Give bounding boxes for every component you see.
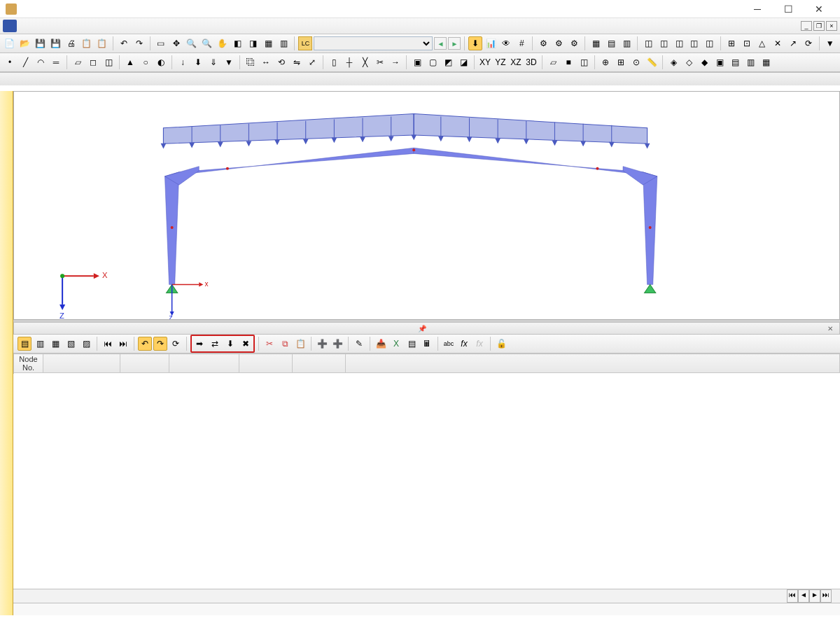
- line-icon[interactable]: ╱: [18, 55, 32, 69]
- table-mode-c-icon[interactable]: ▦: [48, 337, 62, 351]
- save-icon[interactable]: 💾: [34, 36, 48, 50]
- fx-clear-icon[interactable]: fx: [472, 337, 486, 351]
- module-b-icon[interactable]: ◫: [657, 36, 671, 50]
- sel-all-icon[interactable]: ▣: [410, 55, 424, 69]
- rotate-obj-icon[interactable]: ⟲: [274, 55, 288, 69]
- tab-first-button[interactable]: ⏮: [787, 589, 798, 603]
- zoom-extents-icon[interactable]: 🔍: [200, 36, 214, 50]
- paste-icon[interactable]: 📋: [95, 36, 109, 50]
- menu-file[interactable]: [21, 24, 32, 28]
- misc-e-icon[interactable]: ▤: [728, 55, 742, 69]
- calculator-icon[interactable]: 🖩: [420, 337, 434, 351]
- redo-icon[interactable]: ↷: [132, 36, 146, 50]
- grid-b-icon[interactable]: ▤: [604, 36, 618, 50]
- sel-inv-icon[interactable]: ◩: [441, 55, 455, 69]
- copy-obj-icon[interactable]: ⿻: [244, 55, 258, 69]
- view-3d-icon[interactable]: 3D: [524, 55, 538, 69]
- load-line-icon[interactable]: ⬇: [191, 55, 205, 69]
- extend-icon[interactable]: →: [388, 55, 402, 69]
- show-values-icon[interactable]: 👁: [499, 36, 513, 50]
- load-member-icon[interactable]: ⇓: [206, 55, 220, 69]
- arc-icon[interactable]: ◠: [34, 55, 48, 69]
- view-xz-icon[interactable]: XZ: [509, 55, 523, 69]
- menu-addon[interactable]: [122, 24, 133, 28]
- render-wire-icon[interactable]: ▱: [546, 55, 560, 69]
- menu-insert[interactable]: [55, 24, 66, 28]
- fx-icon[interactable]: fx: [457, 337, 471, 351]
- misc-c-icon[interactable]: ◆: [697, 55, 711, 69]
- load-surface-icon[interactable]: ▼: [222, 55, 236, 69]
- misc-a-icon[interactable]: ◈: [666, 55, 680, 69]
- nodes-table-wrap[interactable]: NodeNo.: [13, 354, 840, 589]
- hinge-icon[interactable]: ○: [139, 55, 153, 69]
- mdi-close-button[interactable]: ×: [826, 21, 837, 31]
- undo-icon[interactable]: ↶: [117, 36, 131, 50]
- measure-icon[interactable]: 📏: [645, 55, 659, 69]
- grid-c-icon[interactable]: ▥: [620, 36, 634, 50]
- node-icon[interactable]: •: [3, 55, 17, 69]
- save-all-icon[interactable]: 💾: [49, 36, 63, 50]
- module-c-icon[interactable]: ◫: [672, 36, 686, 50]
- close-button[interactable]: ✕: [804, 0, 834, 18]
- sel-prev-icon[interactable]: ◪: [456, 55, 470, 69]
- tool-c-icon[interactable]: ⚙: [567, 36, 581, 50]
- select-icon[interactable]: ▭: [154, 36, 168, 50]
- table-mode-d-icon[interactable]: ▧: [64, 337, 78, 351]
- cs-b-icon[interactable]: ⊡: [740, 36, 754, 50]
- panel-pin-icon[interactable]: 📌: [416, 325, 428, 332]
- lc-prev-button[interactable]: ◄: [434, 37, 447, 50]
- grid-a-icon[interactable]: ▦: [589, 36, 603, 50]
- project-navigator-tab[interactable]: [0, 91, 13, 615]
- workplane-icon[interactable]: ⊞: [614, 55, 628, 69]
- render-trans-icon[interactable]: ◫: [577, 55, 591, 69]
- member-icon[interactable]: ═: [49, 55, 63, 69]
- export-csv-icon[interactable]: ▤: [405, 337, 419, 351]
- col-node-no[interactable]: NodeNo.: [14, 354, 43, 373]
- table-mode-b-icon[interactable]: ▥: [33, 337, 47, 351]
- trim-icon[interactable]: ✂: [373, 55, 387, 69]
- menu-table[interactable]: [99, 24, 111, 28]
- shift-down-icon[interactable]: ⬇: [223, 337, 237, 351]
- nodes-table[interactable]: NodeNo.: [13, 354, 840, 373]
- scale-obj-icon[interactable]: ⤢: [305, 55, 319, 69]
- misc-g-icon[interactable]: ▦: [759, 55, 773, 69]
- cs-c-icon[interactable]: △: [755, 36, 769, 50]
- insert-row-icon[interactable]: ➕: [315, 337, 329, 351]
- zoom-window-icon[interactable]: 🔍: [185, 36, 199, 50]
- col-letter-b[interactable]: [120, 354, 169, 373]
- surface-icon[interactable]: ▱: [71, 55, 85, 69]
- table-mode-data-icon[interactable]: ▤: [18, 337, 31, 351]
- col-letter-a[interactable]: [43, 354, 120, 373]
- model-viewport[interactable]: x z X Z: [13, 91, 840, 320]
- menu-results[interactable]: [77, 24, 88, 28]
- connect-icon[interactable]: ╳: [358, 55, 372, 69]
- view-xy-icon[interactable]: XY: [478, 55, 492, 69]
- module-d-icon[interactable]: ◫: [687, 36, 701, 50]
- copy-cell-icon[interactable]: ⧉: [278, 337, 292, 351]
- col-letter-c[interactable]: [169, 354, 239, 373]
- results-icon[interactable]: 📊: [484, 36, 498, 50]
- table-mode-e-icon[interactable]: ▨: [79, 337, 93, 351]
- module-a-icon[interactable]: ◫: [641, 36, 655, 50]
- divide-icon[interactable]: ┼: [342, 55, 356, 69]
- filter-icon[interactable]: ▼: [823, 36, 837, 50]
- import-icon[interactable]: 📥: [374, 337, 388, 351]
- new-file-icon[interactable]: 📄: [3, 36, 17, 50]
- col-letter-d[interactable]: [239, 354, 293, 373]
- tool-a-icon[interactable]: ⚙: [536, 36, 550, 50]
- panel-close-icon[interactable]: ✕: [825, 325, 835, 332]
- mirror-obj-icon[interactable]: ⇋: [290, 55, 304, 69]
- delete-row-icon[interactable]: ✖: [239, 337, 253, 351]
- table-first-icon[interactable]: ⏮: [101, 337, 115, 351]
- copy-icon[interactable]: 📋: [80, 36, 94, 50]
- cs-e-icon[interactable]: ↗: [786, 36, 800, 50]
- cs-a-icon[interactable]: ⊞: [724, 36, 738, 50]
- view-iso-icon[interactable]: ◧: [231, 36, 245, 50]
- col-letter-e[interactable]: [293, 354, 346, 373]
- pan-icon[interactable]: ✋: [216, 36, 230, 50]
- maximize-button[interactable]: ☐: [773, 0, 804, 18]
- shift-right-icon[interactable]: ➡: [192, 337, 206, 351]
- opening-icon[interactable]: ◻: [86, 55, 100, 69]
- show-loads-icon[interactable]: ⬇: [468, 36, 482, 50]
- table-next-icon[interactable]: ↷: [153, 337, 167, 351]
